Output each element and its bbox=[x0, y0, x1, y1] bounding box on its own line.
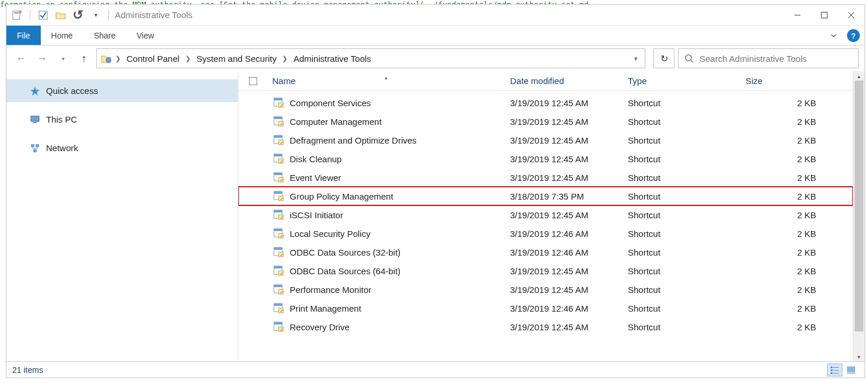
item-count: 21 items bbox=[12, 365, 43, 375]
shortcut-icon bbox=[272, 115, 285, 128]
breadcrumb-part[interactable]: Administrative Tools bbox=[291, 53, 373, 65]
folder-icon[interactable] bbox=[54, 8, 68, 22]
file-date: 3/19/2019 12:45 AM bbox=[505, 210, 623, 220]
svg-rect-22 bbox=[279, 121, 283, 126]
svg-rect-34 bbox=[279, 196, 283, 201]
quick-access-toolbar: ↻ ▾ bbox=[6, 8, 106, 22]
file-date: 3/19/2019 12:45 AM bbox=[505, 322, 623, 332]
breadcrumb-part[interactable]: System and Security bbox=[194, 53, 279, 65]
file-row[interactable]: Defragment and Optimize Drives3/19/2019 … bbox=[238, 131, 853, 149]
svg-rect-48 bbox=[274, 285, 282, 287]
ribbon-collapse-icon[interactable] bbox=[825, 26, 842, 45]
svg-rect-27 bbox=[274, 154, 282, 156]
file-type: Shortcut bbox=[623, 210, 741, 220]
pc-icon bbox=[30, 114, 40, 125]
up-button[interactable]: ↑ bbox=[75, 50, 93, 67]
column-label: Name bbox=[272, 76, 296, 86]
column-headers: Name ▴ Date modified Type Size bbox=[238, 71, 853, 91]
file-row[interactable]: Event Viewer3/19/2019 12:45 AMShortcut2 … bbox=[238, 168, 853, 187]
svg-rect-42 bbox=[274, 247, 282, 250]
file-date: 3/18/2019 7:35 PM bbox=[505, 191, 623, 201]
svg-rect-63 bbox=[847, 373, 855, 373]
back-button[interactable]: ← bbox=[12, 50, 30, 67]
forward-button[interactable]: → bbox=[33, 50, 51, 67]
minimize-button[interactable] bbox=[784, 6, 811, 24]
refresh-button[interactable]: ↻ bbox=[653, 48, 674, 68]
file-size: 2 KB bbox=[741, 322, 834, 332]
separator bbox=[108, 9, 109, 21]
svg-rect-36 bbox=[274, 210, 282, 212]
address-bar[interactable]: ❯ Control Panel ❯ System and Security ❯ … bbox=[96, 48, 645, 68]
scrollbar-thumb[interactable] bbox=[855, 81, 863, 331]
file-row[interactable]: Performance Monitor3/19/2019 12:45 AMSho… bbox=[238, 280, 853, 299]
close-button[interactable] bbox=[838, 6, 865, 24]
svg-rect-12 bbox=[31, 116, 39, 121]
svg-rect-19 bbox=[279, 103, 283, 107]
svg-rect-55 bbox=[279, 327, 283, 331]
sidebar-item-network[interactable]: Network bbox=[6, 137, 238, 159]
details-view-button[interactable] bbox=[827, 364, 842, 376]
sidebar-item-label: This PC bbox=[46, 114, 77, 124]
svg-rect-21 bbox=[274, 117, 282, 119]
chevron-right-icon[interactable]: ❯ bbox=[184, 55, 192, 62]
svg-rect-58 bbox=[831, 369, 832, 371]
checkbox-icon[interactable] bbox=[36, 8, 50, 22]
file-row[interactable]: ODBC Data Sources (64-bit)3/19/2019 12:4… bbox=[238, 261, 853, 280]
column-header-size[interactable]: Size bbox=[741, 76, 834, 86]
file-name: Group Policy Management bbox=[290, 191, 393, 201]
breadcrumb-part[interactable]: Control Panel bbox=[124, 53, 182, 65]
svg-line-10 bbox=[691, 60, 693, 62]
file-name: Performance Monitor bbox=[290, 285, 371, 295]
file-date: 3/19/2019 12:45 AM bbox=[505, 285, 623, 295]
chevron-right-icon[interactable]: ❯ bbox=[114, 55, 122, 62]
select-all-checkbox[interactable] bbox=[238, 77, 268, 85]
qat-dropdown-icon[interactable]: ▾ bbox=[89, 8, 103, 22]
file-name: Computer Management bbox=[290, 117, 382, 127]
file-row[interactable]: Computer Management3/19/2019 12:45 AMSho… bbox=[238, 112, 853, 131]
file-row[interactable]: iSCSI Initiator3/19/2019 12:45 AMShortcu… bbox=[238, 205, 853, 224]
properties-icon[interactable] bbox=[10, 8, 24, 22]
column-header-type[interactable]: Type bbox=[623, 76, 741, 86]
main-area: Quick access This PC Network bbox=[6, 71, 865, 361]
file-type: Shortcut bbox=[623, 154, 741, 164]
file-size: 2 KB bbox=[741, 266, 834, 276]
scroll-up-icon[interactable]: ▴ bbox=[853, 71, 865, 81]
tab-file[interactable]: File bbox=[6, 26, 41, 45]
file-date: 3/19/2019 12:46 AM bbox=[505, 247, 623, 257]
column-header-name[interactable]: Name ▴ bbox=[268, 76, 505, 86]
sidebar-item-this-pc[interactable]: This PC bbox=[6, 108, 238, 131]
file-row[interactable]: ODBC Data Sources (32-bit)3/19/2019 12:4… bbox=[238, 243, 853, 261]
address-dropdown-icon[interactable]: ▾ bbox=[631, 55, 641, 62]
maximize-button[interactable] bbox=[811, 6, 838, 24]
recent-locations-icon[interactable]: ▾ bbox=[54, 50, 72, 67]
file-row[interactable]: Recovery Drive3/19/2019 12:45 AMShortcut… bbox=[238, 317, 853, 336]
file-row[interactable]: Local Security Policy3/19/2019 12:46 AMS… bbox=[238, 224, 853, 243]
svg-rect-59 bbox=[833, 370, 839, 371]
large-icons-view-button[interactable] bbox=[844, 364, 859, 376]
chevron-right-icon[interactable]: ❯ bbox=[281, 55, 289, 62]
file-date: 3/19/2019 12:45 AM bbox=[505, 266, 623, 276]
sidebar-item-quick-access[interactable]: Quick access bbox=[6, 79, 238, 102]
file-row[interactable]: Group Policy Management3/18/2019 7:35 PM… bbox=[238, 187, 853, 205]
file-date: 3/19/2019 12:46 AM bbox=[505, 229, 623, 239]
shortcut-icon bbox=[272, 96, 285, 109]
svg-rect-14 bbox=[31, 144, 34, 147]
separator bbox=[30, 9, 30, 21]
window-controls bbox=[784, 6, 865, 24]
network-icon bbox=[30, 143, 40, 153]
search-input[interactable] bbox=[700, 54, 852, 64]
file-row[interactable]: Component Services3/19/2019 12:45 AMShor… bbox=[238, 93, 853, 112]
file-row[interactable]: Disk Cleanup3/19/2019 12:45 AMShortcut2 … bbox=[238, 149, 853, 168]
tab-home[interactable]: Home bbox=[41, 26, 83, 45]
file-size: 2 KB bbox=[741, 303, 834, 313]
help-button[interactable]: ? bbox=[847, 29, 860, 42]
scroll-down-icon[interactable]: ▾ bbox=[853, 352, 865, 361]
column-header-date[interactable]: Date modified bbox=[505, 76, 623, 86]
tab-view[interactable]: View bbox=[126, 26, 164, 45]
file-row[interactable]: Print Management3/19/2019 12:46 AMShortc… bbox=[238, 299, 853, 317]
search-box[interactable] bbox=[678, 48, 859, 68]
vertical-scrollbar[interactable]: ▴ ▾ bbox=[853, 71, 865, 361]
tab-share[interactable]: Share bbox=[83, 26, 126, 45]
undo-icon[interactable]: ↻ bbox=[71, 8, 85, 22]
nav-bar: ← → ▾ ↑ ❯ Control Panel ❯ System and Sec… bbox=[6, 46, 865, 71]
